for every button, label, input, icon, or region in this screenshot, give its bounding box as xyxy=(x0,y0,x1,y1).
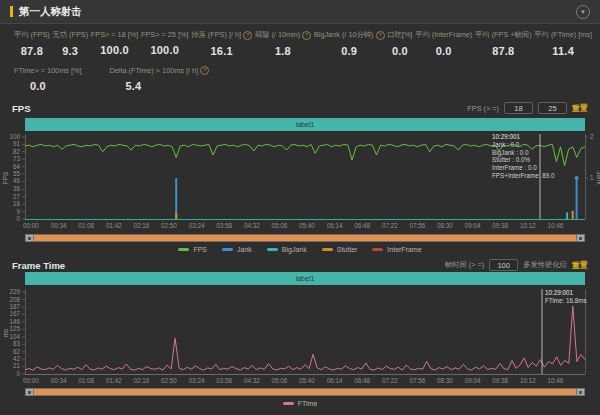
svg-text:07:56: 07:56 xyxy=(410,222,426,229)
svg-text:27: 27 xyxy=(13,193,21,200)
svg-text:03:58: 03:58 xyxy=(216,377,232,384)
legend-item[interactable]: FTime xyxy=(283,400,318,407)
svg-text:208: 208 xyxy=(9,296,20,303)
svg-text:0: 0 xyxy=(16,370,20,377)
svg-text:07:22: 07:22 xyxy=(382,377,398,384)
ftime-scrollbar-left-handle[interactable] xyxy=(25,388,34,396)
svg-text:00:00: 00:00 xyxy=(23,377,39,384)
stat-label: 口吃[%] xyxy=(387,30,412,40)
svg-text:2: 2 xyxy=(590,133,594,140)
fps-threshold2-input[interactable] xyxy=(538,102,567,114)
svg-text:04:32: 04:32 xyxy=(244,222,260,229)
svg-text:00:34: 00:34 xyxy=(51,222,67,229)
legend-item[interactable]: BigJank xyxy=(267,246,307,253)
svg-text:10:12: 10:12 xyxy=(520,222,536,229)
ftime-ms-label: 多发性硬化症 xyxy=(523,260,567,270)
help-icon[interactable]: ? xyxy=(302,31,311,40)
stat-value: 0.0 xyxy=(30,80,46,92)
collapse-button[interactable]: ▼ xyxy=(576,5,590,19)
fps-scrollbar-left-handle[interactable] xyxy=(25,234,34,242)
ftime-scrollbar-right-handle[interactable] xyxy=(576,388,585,396)
perf-dashboard: 第一人称射击 ▼ 平均 (FPS)87.8无功 (FPS)9.3FPS> = 1… xyxy=(0,0,600,415)
ftime-chart-legend: FTime xyxy=(0,400,600,407)
ftime-reset-button[interactable]: 重置 xyxy=(572,260,588,271)
stat-value: 100.0 xyxy=(100,44,129,56)
stat-label: 平均 (FTime) [ms] xyxy=(534,30,592,40)
legend-swatch-icon xyxy=(283,402,294,405)
ftime-threshold-input[interactable] xyxy=(489,259,518,271)
stat-item: 平均 (FPS +帧间)87.8 xyxy=(475,30,532,57)
svg-text:06:14: 06:14 xyxy=(327,377,343,384)
legend-swatch-icon xyxy=(372,248,383,251)
help-icon[interactable]: ? xyxy=(200,66,209,75)
svg-text:64: 64 xyxy=(13,163,21,170)
fps-filter-label: FPS (> =) xyxy=(467,104,499,113)
stat-label: Delta (FTime) > 100ms [/ h]? xyxy=(109,66,209,75)
stat-value: 87.8 xyxy=(21,45,43,57)
stats-row-2: FTime> = 100ms [%]0.0Delta (FTime) > 100… xyxy=(14,66,209,92)
help-icon[interactable]: ? xyxy=(243,31,252,40)
stat-label: 平均 (FPS) xyxy=(14,30,50,40)
svg-text:02:50: 02:50 xyxy=(161,222,177,229)
svg-text:83: 83 xyxy=(13,340,21,347)
fps-reset-button[interactable]: 重置 xyxy=(572,103,588,114)
svg-text:100: 100 xyxy=(9,133,20,140)
stat-item: 无功 (FPS)9.3 xyxy=(52,30,88,57)
stat-item: 平均 (FPS)87.8 xyxy=(14,30,50,57)
legend-label: FPS xyxy=(193,246,207,253)
legend-item[interactable]: Stutter xyxy=(322,246,358,253)
svg-text:06:48: 06:48 xyxy=(354,222,370,229)
title-accent-bar xyxy=(10,6,13,17)
svg-text:0: 0 xyxy=(16,215,20,222)
fps-section-title: FPS xyxy=(12,103,30,114)
svg-text:02:16: 02:16 xyxy=(134,377,150,384)
svg-text:187: 187 xyxy=(9,303,20,310)
fps-chart-scrollbar[interactable] xyxy=(25,234,585,242)
svg-text:09:04: 09:04 xyxy=(465,222,481,229)
fps-scrollbar-right-handle[interactable] xyxy=(576,234,585,242)
stat-item: 平均 (FTime) [ms]11.4 xyxy=(534,30,592,57)
stat-value: 1.8 xyxy=(275,45,291,57)
fps-threshold-controls: FPS (> =) 重置 xyxy=(467,102,588,114)
legend-item[interactable]: FPS xyxy=(178,246,207,253)
stat-value: 0.0 xyxy=(436,45,452,57)
fps-chart[interactable]: 10091827364554636271890FPS21Jank00:0000:… xyxy=(0,131,600,231)
svg-text:104: 104 xyxy=(9,333,20,340)
svg-text:FPS: FPS xyxy=(2,172,9,184)
help-icon[interactable]: ? xyxy=(376,31,385,40)
svg-text:18: 18 xyxy=(13,200,21,207)
svg-text:02:50: 02:50 xyxy=(161,377,177,384)
svg-text:07:22: 07:22 xyxy=(382,222,398,229)
ftime-chart[interactable]: 229208187167146125104836242210ms00:0000:… xyxy=(0,286,600,386)
svg-text:1: 1 xyxy=(590,174,594,181)
legend-item[interactable]: InterFrame xyxy=(372,246,421,253)
ftime-section-header: Frame Time 帧时间 (> =) 多发性硬化症 重置 xyxy=(12,258,588,272)
svg-text:Stutter : 0.0%: Stutter : 0.0% xyxy=(492,156,531,163)
stat-value: 9.3 xyxy=(62,45,78,57)
ftime-section-title: Frame Time xyxy=(12,260,65,271)
svg-text:02:16: 02:16 xyxy=(134,222,150,229)
legend-swatch-icon xyxy=(178,248,189,251)
legend-label: BigJank xyxy=(282,246,307,253)
legend-item[interactable]: Jank xyxy=(222,246,252,253)
svg-text:08:30: 08:30 xyxy=(437,222,453,229)
stat-label: 颠簸 (/ 10min)? xyxy=(255,30,311,40)
svg-text:06:48: 06:48 xyxy=(354,377,370,384)
stat-label: 平均 (InterFrame) xyxy=(415,30,472,40)
legend-swatch-icon xyxy=(222,248,233,251)
page-title: 第一人称射击 xyxy=(19,5,82,19)
fps-chart-banner: label1 xyxy=(25,118,585,131)
svg-text:08:30: 08:30 xyxy=(437,377,453,384)
stat-value: 87.8 xyxy=(492,45,514,57)
legend-swatch-icon xyxy=(267,248,278,251)
svg-text:73: 73 xyxy=(13,155,21,162)
svg-text:InterFrame : 0.0: InterFrame : 0.0 xyxy=(492,164,537,171)
ftime-chart-scrollbar[interactable] xyxy=(25,388,585,396)
stat-label: FTime> = 100ms [%] xyxy=(14,66,81,75)
svg-text:01:08: 01:08 xyxy=(78,377,94,384)
legend-label: FTime xyxy=(298,400,318,407)
svg-text:10:29:001: 10:29:001 xyxy=(545,289,574,296)
stat-item: 颠簸 (/ 10min)?1.8 xyxy=(255,30,311,57)
svg-text:01:08: 01:08 xyxy=(78,222,94,229)
fps-threshold1-input[interactable] xyxy=(504,102,533,114)
